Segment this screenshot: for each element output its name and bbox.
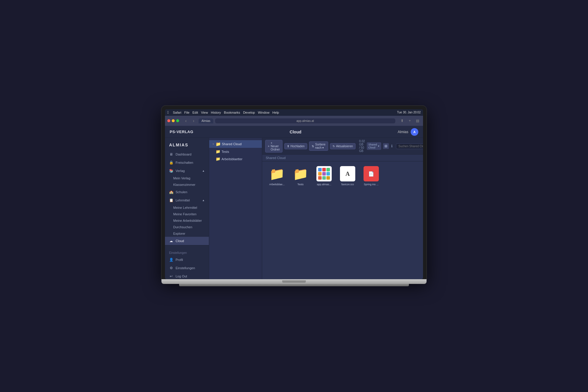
file-item-spring[interactable]: 📄 Spring ins ... [361, 166, 381, 186]
main-panel: + + Neuer Ordner ⬆ Hochladen ⇅ Sortiere … [262, 138, 423, 279]
sidebar-bottom: Einstellungen 👤 Profil ⚙ Einstellungen ↩ [165, 245, 209, 279]
lock-icon: 🔒 [169, 161, 173, 165]
new-folder-icon: + [268, 145, 270, 148]
browser-nav: ‹ › [183, 118, 197, 124]
tree-label-arbeitsblaetter: Arbeitsblaetter [222, 157, 242, 161]
storage-badge-label: Shared Cloud [369, 143, 377, 149]
sidebar-item-schulen[interactable]: 🏫 Schulen [165, 188, 209, 196]
menu-view[interactable]: View [201, 111, 208, 114]
menu-file[interactable]: File [184, 111, 190, 114]
new-tab-icon[interactable]: + [407, 118, 413, 124]
file-item-favicon[interactable]: A favicon.ico [338, 166, 358, 186]
upload-button[interactable]: ⬆ Hochladen [284, 143, 307, 149]
storage-badge[interactable]: Shared Cloud ▾ [367, 142, 381, 150]
back-button[interactable]: ‹ [183, 118, 189, 124]
sidebar-item-lehrmittel[interactable]: 📋 Lehrmittel ▲ [165, 196, 209, 204]
screen:  Safari File Edit View History Bookmark… [165, 109, 423, 279]
upload-icon: ⬆ [287, 145, 289, 148]
file-label-spring: Spring ins ... [364, 183, 379, 186]
refresh-label: Aktualisieren [336, 145, 353, 148]
sort-label: Sortiere nach ▾ [315, 143, 326, 149]
chevron-down-icon: ▼ [212, 143, 214, 145]
macos-menubar:  Safari File Edit View History Bookmark… [165, 109, 423, 116]
new-folder-label: + Neuer Ordner [271, 141, 280, 151]
view-toggle: ⊞ ℹ [383, 143, 394, 149]
page-title: Cloud [290, 130, 301, 134]
new-folder-button[interactable]: + + Neuer Ordner [265, 140, 283, 153]
browser-actions: ⬆ + ▤ [399, 118, 421, 124]
sidebar-label-freischalten: Freischalten [176, 161, 193, 164]
app-grid-file-icon [316, 166, 332, 181]
sidebar-item-explorer[interactable]: Explorer [165, 230, 209, 237]
tree-item-tests[interactable]: 📁 Tests [209, 148, 262, 155]
menubar-datetime: Tue 30. Jan 20:02 [397, 111, 421, 114]
tree-item-shared-cloud[interactable]: ▼ 📁 Shared Cloud [209, 140, 262, 148]
tree-item-arbeitsblaetter[interactable]: 📁 Arbeitsblaetter [209, 155, 262, 163]
sidebar-item-logout[interactable]: ↩ Log Out [165, 272, 209, 279]
info-button[interactable]: ℹ [390, 143, 394, 149]
user-section: Almias A [398, 128, 418, 136]
sidebar-item-klassenzimmer[interactable]: Klassenzimmer [165, 181, 209, 188]
chevron-up-icon-2: ▲ [202, 199, 205, 202]
browser-tab[interactable]: Almias [199, 118, 213, 123]
file-label-app-almias: app.almas... [317, 183, 331, 186]
close-button[interactable] [167, 119, 170, 122]
book-icon: 📚 [169, 169, 173, 173]
laptop-frame:  Safari File Edit View History Bookmark… [161, 106, 427, 286]
file-item-arbeitsblaetter[interactable]: 📁 Arbeitsblae... [267, 166, 287, 186]
logout-icon: ↩ [169, 274, 173, 278]
tree-panel: ▼ 📁 Shared Cloud 📁 Tests 📁 Arbeitsblaett… [209, 138, 262, 279]
url-bar[interactable]: app.almias.at [215, 118, 395, 123]
sidebar-item-freischalten[interactable]: 🔒 Freischalten [165, 158, 209, 167]
refresh-button[interactable]: ↻ Aktualisieren [330, 143, 356, 149]
sidebar-item-verlag[interactable]: 📚 Verlag ▲ [165, 167, 209, 175]
avatar[interactable]: A [411, 128, 418, 136]
sidebar-logo: ALMIAS [165, 141, 209, 150]
sidebar-item-cloud[interactable]: ☁ Cloud [165, 237, 209, 245]
folder-icon-arbeitsblaetter: 📁 [216, 157, 220, 161]
grid-view-button[interactable]: ⊞ [383, 143, 389, 149]
sidebar-item-einstellungen[interactable]: ⚙ Einstellungen [165, 264, 209, 272]
gear-icon: ⚙ [169, 266, 173, 270]
menu-develop[interactable]: Develop [243, 111, 255, 114]
sidebar-label-cloud: Cloud [176, 239, 184, 243]
sidebar-item-meine-arbeitsblatter[interactable]: Meine Arbeitsblätter [165, 217, 209, 224]
school-icon: 🏫 [169, 190, 173, 194]
minimize-button[interactable] [172, 119, 175, 122]
sort-button[interactable]: ⇅ Sortiere nach ▾ [309, 141, 328, 151]
menu-window[interactable]: Window [258, 111, 269, 114]
forward-button[interactable]: › [190, 118, 197, 124]
menu-edit[interactable]: Edit [192, 111, 198, 114]
app-header: PS-VERLAG Cloud Almias A [165, 126, 423, 138]
menu-help[interactable]: Help [272, 111, 279, 114]
sidebar-item-meine-lehrmittel[interactable]: Meine Lehrmittel [165, 204, 209, 211]
file-item-app-almias[interactable]: app.almas... [314, 166, 334, 186]
sidebar-item-dashboard[interactable]: 🖥 Dashboard [165, 150, 209, 158]
laptop-foot [179, 284, 409, 286]
sidebar-label-dashboard: Dashboard [176, 153, 191, 156]
sidebar-label-lehrmittel: Lehrmittel [176, 199, 190, 202]
upload-label: Hochladen [290, 145, 305, 148]
menu-safari[interactable]: Safari [173, 111, 181, 114]
tree-label-tests: Tests [222, 150, 229, 153]
menu-history[interactable]: History [211, 111, 221, 114]
sidebar-item-mein-verlag[interactable]: Mein Verlag [165, 175, 209, 181]
file-item-tests-icon[interactable]: 📁 Tests [290, 166, 310, 186]
sidebar-label-schulen: Schulen [176, 190, 187, 194]
settings-section-label: Einstellungen [165, 248, 209, 256]
sidebar-item-meine-favoriten[interactable]: Meine Favoriten [165, 211, 209, 217]
menu-bookmarks[interactable]: Bookmarks [224, 111, 240, 114]
laptop-base [161, 279, 427, 284]
spring-file-icon: 📄 [364, 166, 379, 181]
storage-badge-chevron: ▾ [378, 145, 379, 148]
sidebar-item-durchsuchen[interactable]: Durchsuchen [165, 224, 209, 230]
sidebar-label-verlag: Verlag [176, 169, 185, 173]
search-input[interactable] [396, 143, 423, 149]
maximize-button[interactable] [176, 119, 179, 122]
sidebar-item-profil[interactable]: 👤 Profil [165, 256, 209, 264]
share-icon[interactable]: ⬆ [399, 118, 405, 124]
person-icon: 👤 [169, 258, 173, 262]
breadcrumb: Shared Cloud [262, 155, 423, 161]
sidebar-toggle-icon[interactable]: ▤ [414, 118, 421, 124]
file-label-favicon: favicon.ico [341, 183, 354, 186]
